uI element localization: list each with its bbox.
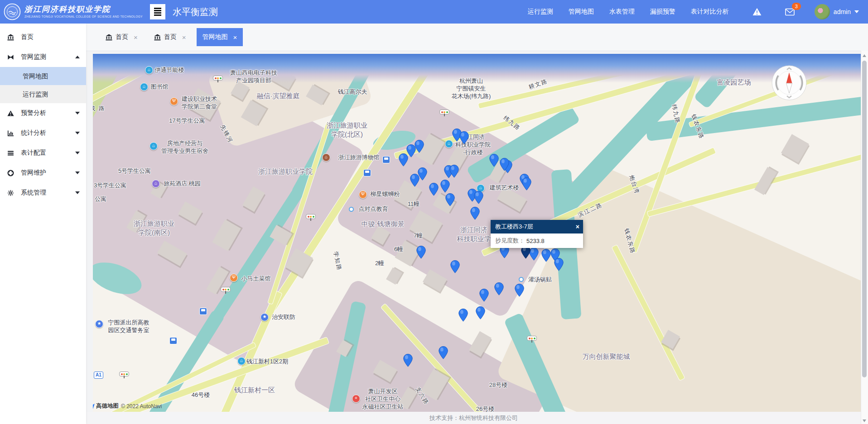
close-icon[interactable]: × xyxy=(182,33,186,41)
map-info-window: 教工楼西3-7层 × 抄见度数： 5233.8 xyxy=(491,220,583,248)
map-label: 小马土菜馆 xyxy=(241,275,271,283)
map-marker[interactable] xyxy=(554,258,564,273)
nav-item-水表管理[interactable]: 水表管理 xyxy=(609,8,635,16)
tab-首页[interactable]: 首页× xyxy=(148,28,192,46)
avatar xyxy=(815,4,830,19)
map-marker[interactable] xyxy=(416,246,426,261)
sidebar-item-label: 预警分析 xyxy=(21,109,46,117)
nav-item-管网地图[interactable]: 管网地图 xyxy=(569,8,594,16)
username: admin xyxy=(834,8,851,15)
sidebar-item-首页[interactable]: 首页 xyxy=(0,27,86,47)
sidebar-item-系统管理[interactable]: 系统管理 xyxy=(0,183,86,203)
sidebar-item-预警分析[interactable]: 预警分析 xyxy=(0,103,86,123)
map-marker[interactable] xyxy=(476,306,485,321)
map-label: 杭州萧山 宁围镇安生 花木场(纬九路) xyxy=(452,77,491,100)
bank-icon xyxy=(7,34,15,41)
map-label: 伊通节能楼 xyxy=(155,67,184,74)
map-label: 浙江旅游职业 学院(南区) xyxy=(134,219,174,237)
list-icon xyxy=(7,150,15,157)
tab-首页[interactable]: 首页× xyxy=(100,28,144,46)
building-poi-icon: ⌂ xyxy=(145,66,153,74)
map-marker[interactable] xyxy=(440,180,450,195)
map-marker[interactable] xyxy=(445,193,455,208)
sidebar-item-管网监测[interactable]: 管网监测 xyxy=(0,47,86,67)
message-icon[interactable]: 3 xyxy=(785,8,795,16)
tab-label: 首页 xyxy=(116,33,128,41)
college-logo: 浙江同济科技职业学院 ZHEJIANG TONGJI VOCATIONAL CO… xyxy=(0,3,143,20)
sidebar-subitem-管网地图[interactable]: 管网地图 xyxy=(0,67,86,85)
header-nav: 运行监测管网地图水表管理漏损预警表计对比分析 xyxy=(528,8,729,16)
compass-control[interactable] xyxy=(771,65,807,103)
vertical-scrollbar[interactable] xyxy=(861,51,868,424)
scroll-up-icon[interactable] xyxy=(863,54,866,57)
chevron-up-icon xyxy=(75,56,80,58)
sidebar-item-表计配置[interactable]: 表计配置 xyxy=(0,143,86,163)
nav-item-漏损预警[interactable]: 漏损预警 xyxy=(650,8,675,16)
map-label: 6幢 xyxy=(394,246,403,253)
map-label: 浙江同济 科技职业学 xyxy=(457,225,491,243)
map-marker[interactable] xyxy=(529,248,539,262)
menu-toggle-button[interactable] xyxy=(150,4,165,19)
map-label: 17号学生公寓 xyxy=(169,117,205,125)
map-marker[interactable] xyxy=(500,158,509,173)
sidebar-item-label: 管网监测 xyxy=(21,53,46,61)
map-marker[interactable] xyxy=(479,289,489,304)
map-label: 宁围派出所高教 园区交通警务室 xyxy=(108,319,149,334)
bus-stop-icon xyxy=(382,156,390,163)
map-marker[interactable] xyxy=(410,174,420,189)
sidebar: 首页管网监测管网地图运行监测预警分析统计分析表计配置管网维护系统管理 xyxy=(0,24,86,424)
map-marker[interactable] xyxy=(439,346,448,361)
nav-item-运行监测[interactable]: 运行监测 xyxy=(528,8,553,16)
map-marker[interactable] xyxy=(399,153,408,168)
user-menu[interactable]: admin xyxy=(815,4,859,19)
chevron-down-icon xyxy=(75,152,80,154)
map-marker[interactable] xyxy=(458,309,468,324)
map-marker[interactable] xyxy=(515,284,524,299)
map-label: 建设职业技术 学院第二食堂 xyxy=(182,95,217,111)
tab-管网地图[interactable]: 管网地图× xyxy=(197,28,243,46)
map-marker[interactable] xyxy=(470,207,480,222)
map-marker[interactable] xyxy=(474,191,483,206)
alert-icon[interactable] xyxy=(752,8,762,16)
sidebar-item-label: 统计分析 xyxy=(21,129,46,137)
map-marker[interactable] xyxy=(494,282,504,297)
map-marker[interactable] xyxy=(541,249,551,264)
hotel-poi-icon: ⌂ xyxy=(152,180,160,188)
traffic-light-icon xyxy=(439,110,449,114)
small-poi-icon xyxy=(519,277,524,282)
close-icon[interactable]: × xyxy=(233,33,237,41)
ring-icon xyxy=(7,170,15,176)
caret-down-icon xyxy=(854,10,859,13)
map-marker[interactable] xyxy=(459,131,469,146)
map-marker[interactable] xyxy=(450,260,460,275)
sidebar-item-管网维护[interactable]: 管网维护 xyxy=(0,163,86,183)
close-icon[interactable]: × xyxy=(576,223,579,230)
bus-stop-icon xyxy=(199,308,207,315)
message-badge: 3 xyxy=(792,3,801,10)
map-marker[interactable] xyxy=(429,183,439,198)
popup-title: 教工楼西3-7层 xyxy=(495,223,533,231)
warn-icon xyxy=(7,110,15,117)
map-marker[interactable] xyxy=(489,154,499,169)
close-icon[interactable]: × xyxy=(134,33,138,41)
sidebar-item-统计分析[interactable]: 统计分析 xyxy=(0,123,86,143)
map-attribution: 高德地图 © 2022 AutoNavi xyxy=(93,402,162,410)
map-label: 富凌园艺场 xyxy=(717,78,751,87)
popup-field-label: 抄见度数： xyxy=(495,237,525,245)
restaurant-poi-icon: Ψ xyxy=(170,97,178,105)
map-canvas[interactable]: 伊通节能楼图书馆建设职业技术 学院第二食堂17号学生公寓萧山西电电子科技 产业园… xyxy=(93,54,861,412)
map-marker[interactable] xyxy=(403,354,413,369)
map-label: 钱江新村一区 xyxy=(234,386,275,395)
sidebar-subitem-运行监测[interactable]: 运行监测 xyxy=(0,85,86,103)
nav-item-表计对比分析[interactable]: 表计对比分析 xyxy=(691,8,729,16)
map-marker[interactable] xyxy=(415,140,424,155)
scrollbar-thumb[interactable] xyxy=(862,61,867,377)
map-marker[interactable] xyxy=(522,177,531,192)
map-label: 融信·滨望雅庭 xyxy=(257,91,300,100)
map-label: 7幢 xyxy=(414,232,423,240)
scroll-down-icon[interactable] xyxy=(863,419,866,422)
restaurant-poi-icon: Ψ xyxy=(359,191,367,199)
map-label: 46号楼 xyxy=(192,391,210,399)
sidebar-item-label: 管网维护 xyxy=(21,169,46,177)
map-marker[interactable] xyxy=(449,165,459,180)
